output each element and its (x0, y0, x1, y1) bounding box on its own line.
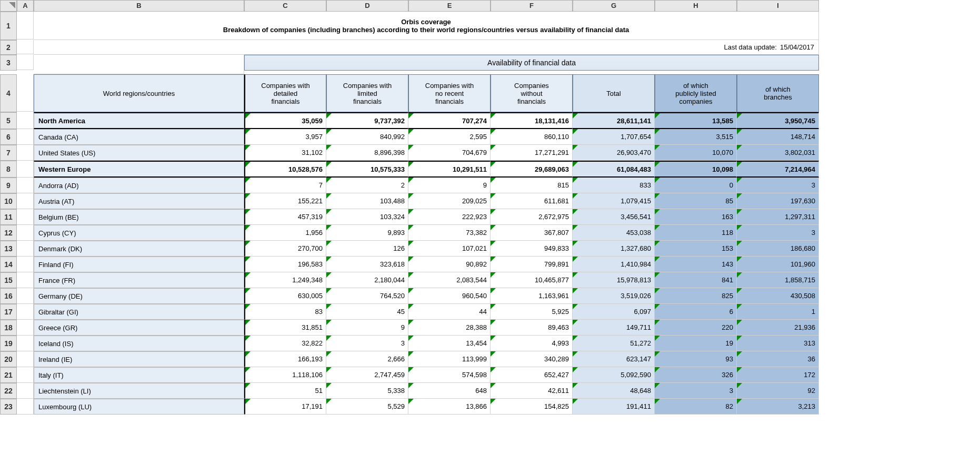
select-all-corner[interactable] (0, 0, 17, 12)
row-label[interactable]: United States (US) (34, 145, 244, 161)
data-cell[interactable]: 815 (491, 178, 573, 193)
data-cell[interactable]: 191,411 (573, 399, 655, 415)
data-cell[interactable]: 1,118,106 (244, 367, 326, 383)
data-cell[interactable]: 1,249,348 (244, 272, 326, 288)
data-cell[interactable]: 270,700 (244, 241, 326, 257)
row-header-19[interactable]: 19 (0, 336, 17, 351)
data-cell[interactable]: 45 (326, 304, 408, 320)
data-cell[interactable]: 3,213 (737, 399, 819, 415)
data-cell[interactable]: 61,084,483 (573, 161, 655, 178)
row-label[interactable]: Gibraltar (GI) (34, 304, 244, 320)
data-cell[interactable]: 3,519,026 (573, 288, 655, 304)
data-cell[interactable]: 764,520 (326, 288, 408, 304)
data-cell[interactable]: 3 (326, 336, 408, 351)
colhdr-norecent[interactable]: Companies with no recent financials (408, 74, 491, 112)
data-cell[interactable]: 31,102 (244, 145, 326, 161)
data-cell[interactable]: 2,595 (408, 129, 491, 145)
data-cell[interactable]: 3,950,745 (737, 112, 819, 129)
data-cell[interactable]: 90,892 (408, 257, 491, 272)
cell-A19[interactable] (17, 336, 34, 351)
cell-B3[interactable] (34, 55, 244, 74)
data-cell[interactable]: 860,110 (491, 129, 573, 145)
row-header-17[interactable]: 17 (0, 304, 17, 320)
data-cell[interactable]: 148,714 (737, 129, 819, 145)
data-cell[interactable]: 13,866 (408, 399, 491, 415)
data-cell[interactable]: 1,707,654 (573, 129, 655, 145)
row-header-22[interactable]: 22 (0, 383, 17, 399)
data-cell[interactable]: 73,382 (408, 225, 491, 241)
cell-A15[interactable] (17, 272, 34, 288)
data-cell[interactable]: 28,611,141 (573, 112, 655, 129)
data-cell[interactable]: 149,711 (573, 320, 655, 336)
col-header-I[interactable]: I (737, 0, 819, 12)
data-cell[interactable]: 83 (244, 304, 326, 320)
data-cell[interactable]: 630,005 (244, 288, 326, 304)
cell-A8[interactable] (17, 161, 34, 178)
data-cell[interactable]: 707,274 (408, 112, 491, 129)
data-cell[interactable]: 574,598 (408, 367, 491, 383)
row-label[interactable]: Liechtenstein (LI) (34, 383, 244, 399)
data-cell[interactable]: 26,903,470 (573, 145, 655, 161)
cell-A11[interactable] (17, 209, 34, 225)
cell-A18[interactable] (17, 320, 34, 336)
data-cell[interactable]: 10,465,877 (491, 272, 573, 288)
data-cell[interactable]: 9,737,392 (326, 112, 408, 129)
data-cell[interactable]: 949,833 (491, 241, 573, 257)
data-cell[interactable]: 3,515 (655, 129, 737, 145)
data-cell[interactable]: 453,038 (573, 225, 655, 241)
data-cell[interactable]: 21,936 (737, 320, 819, 336)
cell-A6[interactable] (17, 129, 34, 145)
col-header-A[interactable]: A (17, 0, 34, 12)
row-header-23[interactable]: 23 (0, 399, 17, 415)
colhdr-public[interactable]: of which publicly listed companies (655, 74, 737, 112)
data-cell[interactable]: 153 (655, 241, 737, 257)
data-cell[interactable]: 1,327,680 (573, 241, 655, 257)
row-label[interactable]: Denmark (DK) (34, 241, 244, 257)
colhdr-regions[interactable]: World regions/countries (34, 74, 244, 112)
availability-header[interactable]: Availability of financial data (244, 55, 819, 71)
data-cell[interactable]: 101,960 (737, 257, 819, 272)
data-cell[interactable]: 457,319 (244, 209, 326, 225)
data-cell[interactable]: 2,180,044 (326, 272, 408, 288)
data-cell[interactable]: 6,097 (573, 304, 655, 320)
data-cell[interactable]: 155,221 (244, 193, 326, 209)
data-cell[interactable]: 19 (655, 336, 737, 351)
data-cell[interactable]: 10,575,333 (326, 161, 408, 178)
colhdr-total[interactable]: Total (573, 74, 655, 112)
cell-A17[interactable] (17, 304, 34, 320)
data-cell[interactable]: 367,807 (491, 225, 573, 241)
cell-A13[interactable] (17, 241, 34, 257)
cell-A20[interactable] (17, 351, 34, 367)
data-cell[interactable]: 3,456,541 (573, 209, 655, 225)
colhdr-limited[interactable]: Companies with limited financials (326, 74, 408, 112)
data-cell[interactable]: 35,059 (244, 112, 326, 129)
cell-A10[interactable] (17, 193, 34, 209)
data-cell[interactable]: 2,747,459 (326, 367, 408, 383)
data-cell[interactable]: 220 (655, 320, 737, 336)
data-cell[interactable]: 42,611 (491, 383, 573, 399)
row-label[interactable]: Germany (DE) (34, 288, 244, 304)
row-label[interactable]: North America (34, 112, 244, 129)
row-header-5[interactable]: 5 (0, 112, 17, 129)
data-cell[interactable]: 222,923 (408, 209, 491, 225)
col-header-D[interactable]: D (326, 0, 408, 12)
data-cell[interactable]: 3 (737, 178, 819, 193)
cell-A14[interactable] (17, 257, 34, 272)
data-cell[interactable]: 840,992 (326, 129, 408, 145)
data-cell[interactable]: 118 (655, 225, 737, 241)
data-cell[interactable]: 323,618 (326, 257, 408, 272)
data-cell[interactable]: 82 (655, 399, 737, 415)
row-header-2[interactable]: 2 (0, 40, 17, 55)
cell-A7[interactable] (17, 145, 34, 161)
data-cell[interactable]: 209,025 (408, 193, 491, 209)
data-cell[interactable]: 51 (244, 383, 326, 399)
data-cell[interactable]: 44 (408, 304, 491, 320)
cell-A2[interactable] (17, 40, 34, 54)
data-cell[interactable]: 5,529 (326, 399, 408, 415)
data-cell[interactable]: 17,271,291 (491, 145, 573, 161)
data-cell[interactable]: 652,427 (491, 367, 573, 383)
row-header-20[interactable]: 20 (0, 351, 17, 367)
data-cell[interactable]: 9,893 (326, 225, 408, 241)
row-header-10[interactable]: 10 (0, 193, 17, 209)
data-cell[interactable]: 5,338 (326, 383, 408, 399)
